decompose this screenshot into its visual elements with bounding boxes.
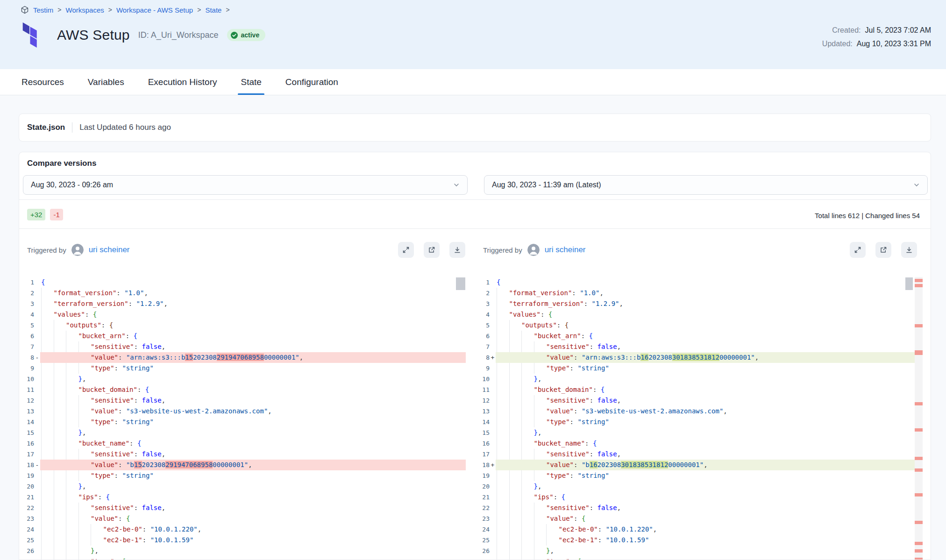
code-line-6: 6"bucket_arn": { (19, 331, 466, 341)
indent-guide (66, 341, 66, 352)
indent-guide (78, 449, 79, 460)
indent-guide (41, 309, 42, 320)
download-button[interactable] (901, 242, 917, 258)
indent-guide (41, 363, 42, 374)
deletions-badge: -1 (50, 209, 63, 220)
code-line-13: 13"value": "s3-website-us-west-2.amazona… (475, 406, 923, 417)
line-number: 1 (19, 277, 34, 288)
line-number: 22 (475, 503, 490, 513)
line-number: 24 (475, 524, 490, 535)
code-line-15: 15}, (475, 427, 923, 438)
breadcrumb-separator: > (197, 6, 201, 14)
indent-guide (521, 427, 522, 438)
indent-guide (521, 363, 522, 374)
line-number: 6 (475, 331, 490, 341)
version-select-right[interactable]: Aug 30, 2023 - 11:39 am (Latest) (484, 175, 928, 195)
code-line-23: 23"value": { (19, 513, 466, 524)
diff-marker (915, 457, 923, 460)
tab-resources[interactable]: Resources (21, 69, 64, 95)
triggered-by-user-link[interactable]: uri scheiner (89, 245, 130, 255)
code-content: "format_version": "1.0", (40, 288, 466, 298)
indent-guide (41, 427, 42, 438)
code-content: "terraform_version": "1.2.9", (496, 298, 923, 309)
tab-variables[interactable]: Variables (88, 69, 124, 95)
line-number: 7 (19, 341, 34, 352)
indent-guide (66, 406, 66, 417)
code-content: "value": "s3-website-us-west-2.amazonaws… (496, 406, 923, 417)
code-content: "value": "arn:aws:s3:::b1520230829194706… (40, 352, 466, 363)
indent-guide (54, 470, 54, 481)
diff-overview-ruler[interactable] (915, 277, 923, 560)
line-number: 12 (475, 395, 490, 406)
code-line-10: 10}, (475, 374, 923, 384)
marker (34, 363, 40, 374)
dates-block: Created:Jul 5, 2023 7:02 AM Updated:Aug … (822, 26, 931, 53)
indent-guide (534, 503, 534, 513)
indent-guide (497, 438, 497, 449)
code-content: }, (40, 427, 466, 438)
open-external-button[interactable] (875, 242, 891, 258)
version-select-left[interactable]: Aug 30, 2023 - 09:26 am (23, 175, 468, 195)
code-content: "outputs": { (40, 320, 466, 331)
page-title: AWS Setup (57, 27, 130, 43)
indent-guide (497, 546, 497, 556)
code-line-7: 7"sensitive": false, (19, 341, 466, 352)
expand-button[interactable] (850, 242, 866, 258)
indent-guide (521, 556, 522, 560)
code-line-9: 9"type": "string" (475, 363, 923, 374)
indent-guide (497, 503, 497, 513)
indent-guide (41, 288, 42, 298)
breadcrumb-separator: > (57, 6, 61, 14)
breadcrumb-link-testim[interactable]: Testim (33, 6, 53, 14)
code-line-11: 11"bucket_domain": { (475, 384, 923, 395)
line-number: 26 (19, 546, 34, 556)
indent-guide (66, 546, 66, 556)
indent-guide (54, 363, 54, 374)
code-line-16: 16"bucket_name": { (475, 438, 923, 449)
indent-guide (534, 470, 534, 481)
indent-guide (521, 406, 522, 417)
breadcrumb-link-workspace-aws-setup[interactable]: Workspace - AWS Setup (116, 6, 193, 14)
code-line-24: 24"ec2-be-0": "10.0.1.220", (19, 524, 466, 535)
scrollbar-thumb[interactable] (905, 277, 913, 290)
indent-guide (509, 470, 510, 481)
indent-guide (497, 513, 497, 524)
tab-execution-history[interactable]: Execution History (148, 69, 217, 95)
marker (34, 546, 40, 556)
code-content: "type": [ (40, 556, 466, 560)
indent-guide (54, 513, 54, 524)
triggered-by-user-link[interactable]: uri scheiner (545, 245, 586, 255)
line-number: 6 (19, 331, 34, 341)
breadcrumb-link-state[interactable]: State (205, 6, 221, 14)
marker (490, 331, 496, 341)
removed-marker: - (34, 352, 40, 363)
indent-guide (41, 298, 42, 309)
indent-guide (54, 503, 54, 513)
line-number: 2 (19, 288, 34, 298)
check-circle-icon (231, 32, 238, 39)
indent-guide (78, 503, 79, 513)
line-number: 20 (19, 481, 34, 492)
open-external-button[interactable] (424, 242, 440, 258)
marker (490, 309, 496, 320)
indent-guide (66, 395, 66, 406)
tab-configuration[interactable]: Configuration (285, 69, 338, 95)
left-panel-header: Triggered by uri scheiner (27, 241, 465, 259)
triggered-by-label: Triggered by (27, 246, 66, 254)
scrollbar-thumb[interactable] (456, 277, 465, 290)
download-button[interactable] (449, 242, 465, 258)
marker (490, 277, 496, 288)
indent-guide (66, 481, 66, 492)
added-marker: + (490, 460, 496, 470)
breadcrumb-link-workspaces[interactable]: Workspaces (66, 6, 104, 14)
line-number: 25 (19, 535, 34, 546)
tab-state[interactable]: State (241, 69, 261, 95)
line-number: 10 (475, 374, 490, 384)
indent-guide (534, 535, 534, 546)
marker (34, 384, 40, 395)
marker (490, 481, 496, 492)
indent-guide (66, 470, 66, 481)
expand-button[interactable] (398, 242, 414, 258)
marker (490, 513, 496, 524)
indent-guide (497, 492, 497, 503)
